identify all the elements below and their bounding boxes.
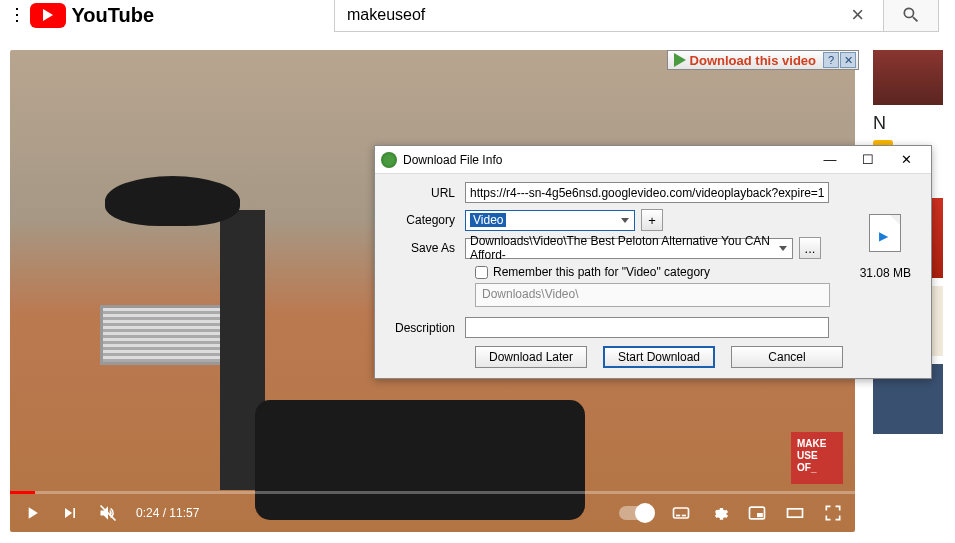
close-overlay-icon[interactable]: ✕ [840, 52, 856, 68]
video-bg-vent [100, 305, 230, 365]
header: YouTube × [0, 0, 955, 30]
captions-icon[interactable] [671, 503, 691, 523]
category-value: Video [470, 213, 506, 227]
search-container: × [334, 0, 939, 32]
browse-button[interactable]: ... [799, 237, 821, 259]
svg-rect-1 [674, 508, 689, 518]
clear-icon[interactable]: × [851, 2, 864, 28]
hamburger-menu-icon[interactable] [16, 4, 18, 26]
download-play-icon [674, 53, 686, 67]
saveas-value: Downloads\Video\The Best Peloton Alterna… [470, 234, 788, 262]
url-label: URL [389, 186, 465, 200]
download-later-button[interactable]: Download Later [475, 346, 587, 368]
dialog-title: Download File Info [403, 153, 502, 167]
svg-rect-6 [788, 509, 803, 517]
time-display: 0:24 / 11:57 [136, 506, 199, 520]
remember-path-label: Remember this path for "Video" category [493, 265, 710, 279]
idm-download-overlay[interactable]: Download this video ? ✕ [667, 50, 859, 70]
play-icon[interactable] [22, 503, 42, 523]
svg-rect-5 [757, 513, 763, 517]
url-input[interactable] [465, 182, 829, 203]
description-input[interactable] [465, 317, 829, 338]
next-icon[interactable] [60, 503, 80, 523]
saveas-select[interactable]: Downloads\Video\The Best Peloton Alterna… [465, 238, 793, 259]
download-overlay-text: Download this video [690, 53, 822, 68]
help-icon[interactable]: ? [823, 52, 839, 68]
channel-watermark[interactable]: MAKE USE OF_ [791, 432, 843, 484]
add-category-button[interactable]: + [641, 209, 663, 231]
file-size: 31.08 MB [860, 266, 911, 280]
minimize-button[interactable]: — [811, 148, 849, 172]
remember-path-checkbox[interactable] [475, 266, 488, 279]
youtube-play-icon [30, 3, 66, 28]
svg-rect-3 [682, 515, 686, 517]
dialog-titlebar[interactable]: Download File Info — ☐ ✕ [375, 146, 931, 174]
miniplayer-icon[interactable] [747, 503, 767, 523]
close-button[interactable]: ✕ [887, 148, 925, 172]
settings-icon[interactable] [709, 503, 729, 523]
logo-text: YouTube [71, 4, 154, 27]
category-select[interactable]: Video [465, 210, 635, 231]
sidebar-text: N [873, 113, 948, 134]
path-display: Downloads\Video\ [475, 283, 830, 307]
start-download-button[interactable]: Start Download [603, 346, 715, 368]
player-controls: 0:24 / 11:57 [10, 494, 855, 532]
search-input[interactable] [334, 0, 884, 32]
maximize-button[interactable]: ☐ [849, 148, 887, 172]
saveas-label: Save As [389, 241, 465, 255]
related-thumb[interactable] [873, 50, 943, 105]
autoplay-toggle[interactable] [619, 506, 653, 520]
video-bg-seat [105, 176, 240, 226]
file-type-icon [869, 214, 901, 252]
download-dialog: Download File Info — ☐ ✕ URL Category Vi… [374, 145, 932, 379]
category-label: Category [389, 213, 465, 227]
fullscreen-icon[interactable] [823, 503, 843, 523]
search-icon [901, 5, 921, 25]
idm-icon [381, 152, 397, 168]
description-label: Description [389, 321, 465, 335]
dialog-body: URL Category Video + Save As Downloads\V… [375, 174, 931, 376]
cancel-button[interactable]: Cancel [731, 346, 843, 368]
mute-icon[interactable] [98, 503, 118, 523]
svg-rect-2 [676, 515, 680, 517]
theater-icon[interactable] [785, 503, 805, 523]
search-button[interactable] [884, 0, 939, 32]
youtube-logo[interactable]: YouTube [30, 3, 154, 28]
file-info: 31.08 MB [860, 214, 911, 280]
